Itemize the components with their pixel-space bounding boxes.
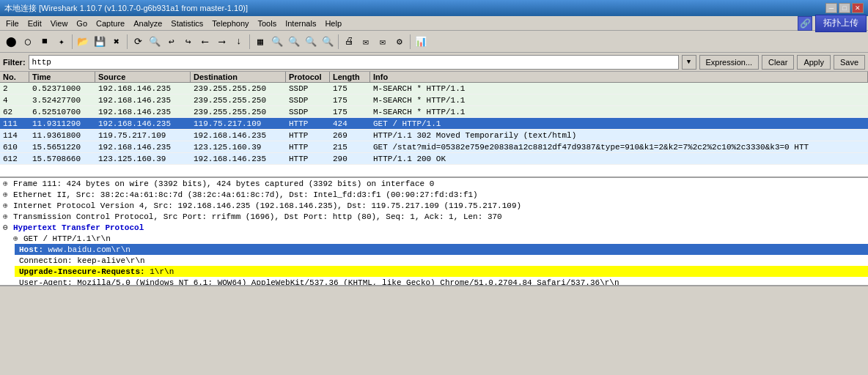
menu-go[interactable]: Go (72, 18, 92, 29)
toolbar-zoom-out[interactable]: 🔍 (286, 34, 302, 50)
toolbar-resize-columns[interactable]: 🔍 (320, 34, 336, 50)
toolbar-display-filters[interactable]: ✉ (358, 34, 374, 50)
toolbar-close[interactable]: ✖ (108, 34, 125, 50)
menu-view[interactable]: View (46, 18, 73, 29)
packet-info: GET /stat?mid=05382e759e20838a12c8812df4… (370, 143, 868, 152)
filter-input[interactable] (29, 55, 679, 70)
toolbar-find[interactable]: 🔍 (147, 34, 163, 50)
toolbar-scroll-down[interactable]: ↓ (231, 34, 247, 50)
detail-http-get[interactable]: ⊕ GET / HTTP/1.1\r\n (0, 233, 868, 244)
packet-src: 192.168.146.235 (95, 119, 191, 128)
http-fields: Host: www.baidu.com\r\n Connection: keep… (0, 244, 868, 286)
menu-help[interactable]: Help (320, 18, 346, 29)
packet-row[interactable]: 612 15.5708660 123.125.160.39 192.168.14… (0, 153, 868, 165)
toolbar-open[interactable]: 📂 (75, 34, 91, 50)
detail-tcp[interactable]: ⊕ Transmission Control Protocol, Src Por… (0, 211, 868, 222)
packet-time: 11.9361800 (29, 131, 95, 140)
expand-tcp-icon: ⊕ (3, 212, 12, 221)
packet-info: M-SEARCH * HTTP/1.1 (370, 96, 868, 105)
title-bar: 本地连接 [Wireshark 1.10.7 (v1.10.7-0-g6b931… (0, 0, 868, 16)
menu-statistics[interactable]: Statistics (166, 18, 207, 29)
packet-proto: HTTP (286, 143, 330, 152)
expression-button[interactable]: Expression... (699, 55, 760, 70)
filter-bar: Filter: ▼ Expression... Clear Apply Save (0, 53, 868, 72)
expand-http-get-icon: ⊕ (13, 234, 22, 243)
toolbar-go-forward[interactable]: ↪ (180, 34, 196, 50)
http-useragent-row[interactable]: User-Agent: Mozilla/5.0 (Windows NT 6.1;… (15, 277, 868, 286)
packet-src: 192.168.146.235 (95, 84, 191, 93)
toolbar-options[interactable]: ◯ (20, 34, 36, 50)
packet-time: 15.5651220 (29, 143, 95, 152)
header-length: Length (330, 72, 370, 82)
toolbar-help[interactable]: 📊 (413, 34, 429, 50)
toolbar-stop-capture[interactable]: ■ (37, 34, 53, 50)
toolbar-colorize[interactable]: ▦ (252, 34, 268, 50)
packet-row[interactable]: 2 0.52371000 192.168.146.235 239.255.255… (0, 83, 868, 94)
toolbar-sep-5 (410, 34, 411, 49)
toolbar-sep-4 (338, 34, 339, 49)
menu-file[interactable]: File (1, 18, 23, 29)
topo-icon-btn[interactable]: 🔗 (798, 16, 812, 31)
http-host-row[interactable]: Host: www.baidu.com\r\n (15, 244, 868, 255)
toolbar-prefs[interactable]: ⚙ (391, 34, 408, 50)
toolbar-save[interactable]: 💾 (92, 34, 108, 50)
toolbar-start-capture[interactable]: ⬤ (3, 34, 19, 50)
detail-frame[interactable]: ⊕ Frame 111: 424 bytes on wire (3392 bit… (0, 178, 868, 189)
packet-len: 175 (330, 96, 370, 105)
http-upgrade-row[interactable]: Upgrade-Insecure-Requests: 1\r\n (15, 266, 868, 277)
packet-len: 175 (330, 108, 370, 116)
toolbar-reload[interactable]: ⟳ (130, 34, 146, 50)
packet-rows: 2 0.52371000 192.168.146.235 239.255.255… (0, 83, 868, 165)
close-button[interactable]: ✕ (852, 3, 864, 13)
toolbar-zoom-100[interactable]: 🔍 (303, 34, 319, 50)
packet-len: 269 (330, 131, 370, 140)
packet-info: HTTP/1.1 302 Moved Temporarily (text/htm… (370, 131, 868, 140)
header-destination: Destination (191, 72, 286, 82)
packet-src: 192.168.146.235 (95, 143, 191, 152)
packet-info: M-SEARCH * HTTP/1.1 (370, 84, 868, 93)
packet-row[interactable]: 4 3.52427700 192.168.146.235 239.255.255… (0, 94, 868, 106)
packet-row[interactable]: 111 11.9311290 192.168.146.235 119.75.21… (0, 118, 868, 130)
packet-len: 175 (330, 84, 370, 93)
packet-row[interactable]: 114 11.9361800 119.75.217.109 192.168.14… (0, 130, 868, 141)
topo-upload-label: 拓扑上传 (823, 17, 858, 29)
toolbar-zoom-in[interactable]: 🔍 (269, 34, 285, 50)
detail-http-get-text: GET / HTTP/1.1\r\n (23, 234, 865, 243)
packet-proto: HTTP (286, 131, 330, 140)
toolbar-colorizing-rules[interactable]: ✉ (375, 34, 391, 50)
apply-button[interactable]: Apply (797, 55, 831, 70)
detail-ip[interactable]: ⊕ Internet Protocol Version 4, Src: 192.… (0, 200, 868, 211)
toolbar-go-last[interactable]: ⟶ (214, 34, 230, 50)
packet-time: 11.9311290 (29, 119, 95, 128)
http-connection-row[interactable]: Connection: keep-alive\r\n (15, 255, 868, 266)
save-button[interactable]: Save (834, 55, 865, 70)
packet-no: 610 (0, 143, 29, 152)
packet-len: 215 (330, 143, 370, 152)
menu-telephony[interactable]: Telephony (207, 18, 253, 29)
minimize-button[interactable]: ─ (825, 3, 837, 13)
header-source: Source (95, 72, 191, 82)
menu-capture[interactable]: Capture (92, 18, 129, 29)
packet-row[interactable]: 610 15.5651220 192.168.146.235 123.125.1… (0, 141, 868, 153)
maximize-button[interactable]: □ (839, 3, 850, 13)
toolbar-capture-filters[interactable]: 🖨 (341, 34, 357, 50)
detail-http-text: Hypertext Transfer Protocol (13, 223, 865, 232)
packet-dst: 239.255.255.250 (191, 84, 286, 93)
detail-http[interactable]: ⊖ Hypertext Transfer Protocol (0, 222, 868, 233)
menu-tools[interactable]: Tools (254, 18, 282, 29)
clear-button[interactable]: Clear (762, 55, 794, 70)
menu-edit[interactable]: Edit (23, 18, 46, 29)
detail-ethernet[interactable]: ⊕ Ethernet II, Src: 38:2c:4a:61:8c:7d (3… (0, 189, 868, 200)
packet-info: M-SEARCH * HTTP/1.1 (370, 108, 868, 116)
topo-upload-button[interactable]: 拓扑上传 (815, 15, 867, 32)
window-controls[interactable]: ─ □ ✕ (825, 3, 864, 13)
menu-internals[interactable]: Internals (281, 18, 320, 29)
filter-dropdown[interactable]: ▼ (682, 55, 696, 70)
packet-row[interactable]: 62 6.52510700 192.168.146.235 239.255.25… (0, 106, 868, 118)
menu-analyze[interactable]: Analyze (129, 18, 166, 29)
packet-dst: 239.255.255.250 (191, 96, 286, 105)
packet-dst: 192.168.146.235 (191, 131, 286, 140)
toolbar-go-first[interactable]: ⟵ (197, 34, 213, 50)
toolbar-go-back[interactable]: ↩ (163, 34, 180, 50)
toolbar-restart[interactable]: ✦ (54, 34, 70, 50)
